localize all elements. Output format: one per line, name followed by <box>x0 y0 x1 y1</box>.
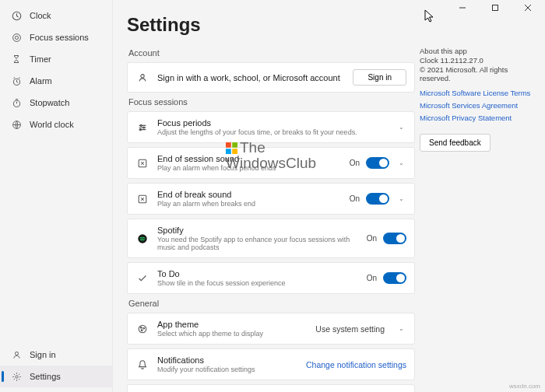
change-notification-link[interactable]: Change notification settings <box>306 360 406 369</box>
about-version: Clock 11.2112.27.0 <box>420 56 533 65</box>
focus-periods-card[interactable]: Focus periods Adjust the lengths of your… <box>127 111 415 143</box>
close-button[interactable] <box>517 0 539 16</box>
end-break-sound-card: End of break sound Play an alarm when br… <box>127 183 415 215</box>
svg-rect-19 <box>493 5 498 11</box>
end-session-sound-card: End of session sound Play an alarm when … <box>127 147 415 179</box>
row-title: End of break sound <box>157 190 342 199</box>
spotify-card: Spotify You need the Spotify app to enha… <box>127 219 415 258</box>
about-copyright: © 2021 Microsoft. All rights reserved. <box>420 65 533 82</box>
chevron-down-icon[interactable]: ⌄ <box>396 324 406 334</box>
chevron-down-icon[interactable]: ⌄ <box>396 194 406 205</box>
target-icon <box>11 32 22 43</box>
svg-point-11 <box>139 128 141 130</box>
page-title: Settings <box>127 14 415 36</box>
account-signin-card: Sign in with a work, school, or Microsof… <box>127 62 415 93</box>
sidebar-item-focus-sessions[interactable]: Focus sessions <box>0 26 112 48</box>
paint-icon <box>135 322 149 336</box>
todo-toggle[interactable] <box>383 272 406 284</box>
app-theme-card[interactable]: App theme Select which app theme to disp… <box>127 313 415 345</box>
spotify-icon <box>135 232 149 246</box>
sliders-icon <box>135 121 149 135</box>
row-title: Notifications <box>157 355 298 365</box>
toggle-state: On <box>350 159 360 167</box>
privacy-link[interactable]: Microsoft Privacy Statement <box>420 114 533 122</box>
row-title: App theme <box>157 320 308 329</box>
toggle-state: On <box>367 274 377 282</box>
nav-label: Focus sessions <box>30 33 89 42</box>
hourglass-icon <box>11 54 22 65</box>
gear-icon <box>11 371 22 382</box>
sidebar-item-world-clock[interactable]: World clock <box>0 114 112 135</box>
send-feedback-button[interactable]: Send feedback <box>420 134 490 152</box>
sound-icon <box>135 192 149 206</box>
svg-point-1 <box>12 33 20 41</box>
end-break-toggle[interactable] <box>366 193 389 205</box>
row-desc: Modify your notification settings <box>157 366 298 373</box>
svg-point-6 <box>15 352 18 355</box>
signin-button[interactable]: Sign in <box>353 69 406 86</box>
row-title: Focus periods <box>157 118 388 128</box>
sound-icon <box>135 156 149 170</box>
section-account: Account <box>128 48 415 58</box>
sidebar: Clock Focus sessions Timer Alarm <box>0 0 113 392</box>
maximize-button[interactable] <box>484 0 506 16</box>
svg-point-9 <box>140 124 142 126</box>
row-desc: Show tile in the focus session experienc… <box>157 279 359 287</box>
window-controls <box>445 0 545 16</box>
app-title-item[interactable]: Clock <box>0 5 112 26</box>
nav-label: Alarm <box>30 76 52 86</box>
row-title: To Do <box>157 269 359 278</box>
settings-content: Settings Account Sign in with a work, sc… <box>127 14 415 386</box>
app-title: Clock <box>30 11 51 20</box>
svg-point-8 <box>141 74 144 77</box>
bell-icon <box>135 358 149 372</box>
svg-point-7 <box>15 375 17 377</box>
svg-point-15 <box>139 325 146 333</box>
sidebar-item-alarm[interactable]: Alarm <box>0 70 112 92</box>
main: Settings Account Sign in with a work, sc… <box>113 0 545 392</box>
section-focus: Focus sessions <box>128 97 415 107</box>
clock-icon <box>11 10 22 21</box>
svg-point-2 <box>15 36 18 39</box>
account-prompt: Sign in with a work, school, or Microsof… <box>157 73 345 82</box>
sidebar-item-stopwatch[interactable]: Stopwatch <box>0 92 112 114</box>
about-panel: About this app Clock 11.2112.27.0 © 2021… <box>415 14 536 386</box>
svg-point-10 <box>143 126 145 128</box>
person-icon <box>11 349 22 360</box>
minimize-button[interactable] <box>452 0 473 16</box>
toggle-state: On <box>367 234 377 243</box>
stopwatch-icon <box>11 97 22 108</box>
nav-label: Stopwatch <box>30 98 69 107</box>
row-desc: You need the Spotify app to enhance your… <box>157 236 359 251</box>
license-link[interactable]: Microsoft Software License Terms <box>420 89 533 97</box>
globe-icon <box>11 119 22 130</box>
spotify-toggle[interactable] <box>383 233 406 244</box>
toggle-state: On <box>350 194 360 203</box>
chevron-down-icon[interactable]: ⌄ <box>396 122 406 133</box>
row-desc: Play an alarm when breaks end <box>157 200 342 208</box>
attribution: wsxdn.com <box>509 383 540 390</box>
todo-card: To Do Show tile in the focus session exp… <box>127 262 415 294</box>
todo-icon <box>135 271 149 285</box>
chevron-down-icon[interactable]: ⌄ <box>396 158 406 169</box>
svg-point-17 <box>143 327 145 329</box>
nav-label: World clock <box>30 120 74 129</box>
privacy-card: Privacy Your data is stored on your devi… <box>127 384 415 392</box>
theme-value: Use system setting <box>315 324 389 334</box>
svg-point-16 <box>140 327 142 328</box>
alarm-icon <box>11 75 22 86</box>
row-title: Spotify <box>157 226 359 235</box>
sidebar-item-settings[interactable]: Settings <box>0 366 112 387</box>
end-session-toggle[interactable] <box>366 157 389 169</box>
section-general: General <box>128 299 415 308</box>
svg-point-18 <box>141 329 142 331</box>
nav-label: Sign in <box>30 350 56 359</box>
row-desc: Play an alarm when focus period ends <box>157 164 342 172</box>
nav-label: Settings <box>30 372 61 381</box>
row-desc: Adjust the lengths of your focus time, o… <box>157 128 388 136</box>
person-icon <box>135 71 149 85</box>
sidebar-item-timer[interactable]: Timer <box>0 48 112 70</box>
notifications-card: Notifications Modify your notification s… <box>127 348 415 380</box>
sidebar-item-signin[interactable]: Sign in <box>0 344 112 366</box>
services-link[interactable]: Microsoft Services Agreement <box>420 101 533 110</box>
